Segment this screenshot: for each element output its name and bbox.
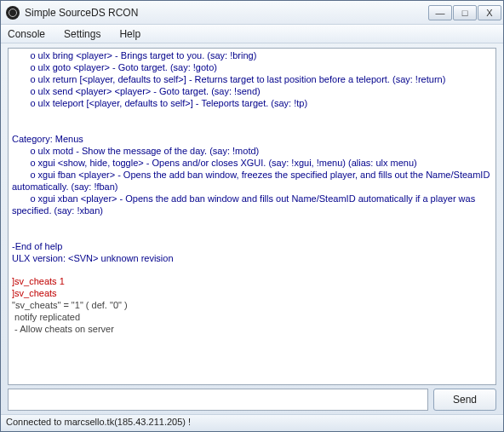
menu-help[interactable]: Help	[116, 26, 144, 42]
menubar: Console Settings Help	[1, 25, 503, 43]
send-button[interactable]: Send	[433, 389, 496, 411]
titlebar: Simple SourceDS RCON — □ X	[1, 1, 503, 25]
command-input[interactable]	[8, 389, 428, 411]
maximize-button[interactable]: □	[453, 5, 477, 20]
content-area: o ulx bring <player> - Brings target to …	[1, 43, 503, 414]
minimize-button[interactable]: —	[428, 5, 452, 20]
console-text-gray: "sv_cheats" = "1" ( def. "0" ) notify re…	[12, 300, 128, 334]
close-button[interactable]: X	[478, 5, 501, 20]
status-text: Connected to marcsello.tk(185.43.211.205…	[6, 417, 191, 427]
app-icon	[6, 6, 20, 20]
console-text-red: ]sv_cheats 1 ]sv_cheats	[12, 276, 65, 298]
window-controls: — □ X	[428, 5, 501, 20]
window-title: Simple SourceDS RCON	[25, 7, 428, 19]
app-window: Simple SourceDS RCON — □ X Console Setti…	[0, 0, 504, 432]
menu-settings[interactable]: Settings	[60, 26, 104, 42]
menu-console[interactable]: Console	[4, 26, 49, 42]
statusbar: Connected to marcsello.tk(185.43.211.205…	[1, 414, 503, 431]
console-output[interactable]: o ulx bring <player> - Brings target to …	[8, 48, 496, 385]
console-text-blue: o ulx bring <player> - Brings target to …	[12, 50, 492, 263]
input-row: Send	[8, 389, 496, 411]
